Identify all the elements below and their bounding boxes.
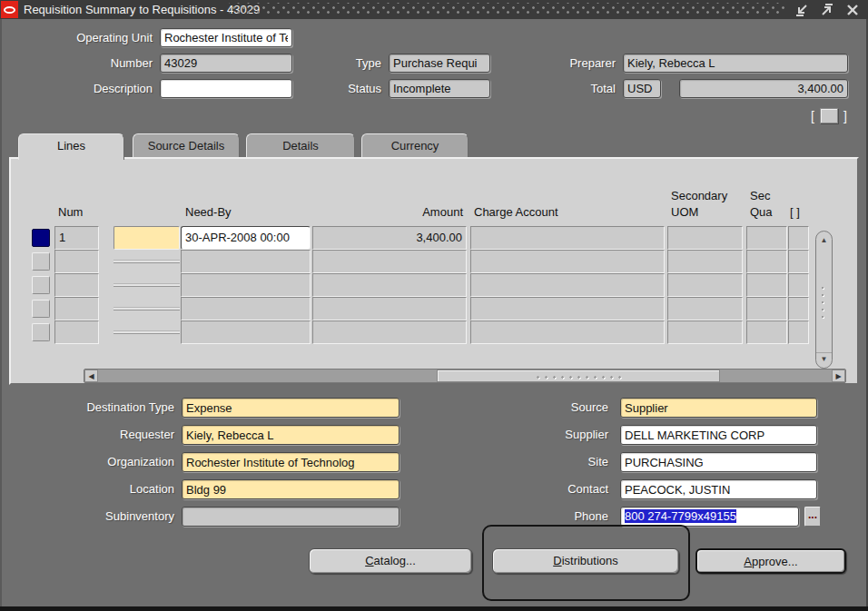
preparer-field: Kiely, Rebecca L [623, 54, 848, 73]
window-controls [792, 1, 863, 18]
cell-need-by[interactable] [181, 297, 311, 320]
operating-unit-label: Operating Unit [9, 28, 153, 47]
status-field: Incomplete [389, 79, 490, 98]
cell-charge-account[interactable] [470, 273, 665, 297]
cell-secondary-uom[interactable] [667, 273, 743, 297]
supplier-field[interactable] [620, 425, 817, 445]
cell-amount[interactable] [312, 297, 467, 320]
cell-charge-account[interactable] [470, 250, 665, 273]
cell-num[interactable]: 1 [54, 226, 99, 250]
cell-flexfield[interactable] [788, 273, 809, 297]
header-flexfield-open-bracket: [ [811, 108, 814, 124]
record-selector[interactable] [32, 300, 50, 318]
vertical-scrollbar[interactable]: ▲ ▼ [815, 231, 833, 369]
cell-amount[interactable]: 3,400.00 [312, 226, 467, 250]
cell-need-by[interactable] [181, 320, 311, 344]
cell-secondary-uom[interactable] [667, 320, 743, 344]
cell-charge-account[interactable] [470, 226, 665, 250]
organization-field[interactable] [182, 452, 399, 472]
cell-need-by[interactable] [181, 250, 311, 273]
type-field: Purchase Requi [389, 54, 490, 73]
cell-flexfield[interactable] [788, 297, 809, 320]
vertical-scrollbar-grip[interactable] [819, 284, 829, 320]
column-header-num: Num [58, 205, 83, 219]
description-label: Description [9, 79, 153, 98]
maximize-icon[interactable] [817, 2, 837, 17]
record-selector[interactable] [32, 323, 50, 341]
cell-sec-qty[interactable] [746, 226, 787, 250]
column-header-secondary-uom-line1: Secondary [671, 189, 727, 202]
cell-secondary-uom[interactable] [667, 250, 743, 273]
lines-tab-panel: Num Need-By Amount Charge Account Second… [9, 157, 859, 385]
scroll-down-icon[interactable]: ▼ [816, 352, 832, 365]
source-field[interactable] [620, 398, 817, 418]
horizontal-scrollbar[interactable]: ◀ ▶ [84, 369, 846, 383]
catalog-button[interactable]: Catalog... [309, 548, 472, 574]
window-title: Requisition Summary to Requisitions - 43… [24, 0, 260, 19]
title-bar: Requisition Summary to Requisitions - 43… [0, 0, 868, 19]
minimize-icon[interactable] [792, 2, 812, 17]
cell-item[interactable] [113, 226, 180, 250]
column-header-sec-qty-line2: Qua [750, 205, 773, 219]
tab-details[interactable]: Details [246, 133, 355, 158]
cell-need-by[interactable]: 30-APR-2008 00:00 [181, 226, 311, 250]
cell-amount[interactable] [312, 273, 467, 297]
record-selector[interactable] [32, 252, 50, 271]
supplier-label: Supplier [472, 425, 608, 444]
cell-sec-qty[interactable] [746, 320, 787, 344]
cell-sec-qty[interactable] [746, 273, 787, 297]
cell-charge-account[interactable] [470, 297, 665, 320]
number-field: 43029 [160, 54, 292, 73]
record-selector[interactable] [32, 229, 50, 247]
requester-field[interactable] [182, 425, 399, 445]
location-field[interactable] [182, 479, 399, 499]
cell-num[interactable] [54, 320, 99, 344]
cell-need-by[interactable] [181, 273, 311, 297]
cell-amount[interactable] [312, 320, 467, 344]
close-icon[interactable] [843, 2, 863, 17]
cell-secondary-uom[interactable] [667, 297, 743, 320]
scroll-up-icon[interactable]: ▲ [816, 234, 832, 247]
distributions-button[interactable]: Distributions [492, 548, 679, 574]
destination-type-field[interactable] [182, 398, 399, 418]
column-header-amount: Amount [312, 205, 463, 219]
scroll-right-icon[interactable]: ▶ [832, 370, 845, 382]
approve-button[interactable]: Approve... [695, 548, 846, 574]
header-flexfield[interactable] [820, 108, 838, 123]
column-header-secondary-uom-line2: UOM [671, 205, 698, 219]
horizontal-scrollbar-thumb[interactable] [437, 370, 720, 382]
phone-lov-button[interactable]: ... [804, 507, 821, 527]
phone-label: Phone [472, 507, 608, 526]
cell-flexfield[interactable] [788, 250, 809, 273]
cell-charge-account[interactable] [470, 320, 665, 344]
destination-type-label: Destination Type [18, 398, 174, 417]
cell-sec-qty[interactable] [746, 250, 787, 273]
cell-flexfield[interactable] [788, 320, 809, 344]
cell-num[interactable] [54, 297, 99, 320]
location-label: Location [18, 479, 174, 498]
tab-source-details[interactable]: Source Details [133, 133, 240, 158]
contact-field[interactable] [620, 479, 817, 499]
operating-unit-field[interactable] [160, 28, 292, 47]
scroll-left-icon[interactable]: ◀ [84, 370, 98, 382]
cell-num[interactable] [54, 250, 99, 273]
horizontal-scrollbar-grip [534, 373, 625, 380]
site-label: Site [472, 452, 608, 471]
subinventory-label: Subinventory [18, 507, 174, 526]
record-selector[interactable] [32, 276, 50, 294]
tab-currency[interactable]: Currency [361, 133, 469, 158]
tab-lines[interactable]: Lines [18, 133, 124, 160]
phone-field[interactable]: 800 274-7799x49155 [620, 507, 799, 527]
cell-amount[interactable] [312, 250, 467, 273]
cell-secondary-uom[interactable] [667, 226, 743, 250]
description-field[interactable] [160, 79, 292, 98]
total-label: Total [508, 79, 616, 98]
cell-num[interactable] [54, 273, 99, 297]
cell-flexfield[interactable] [788, 226, 809, 250]
cell-sec-qty[interactable] [746, 297, 787, 320]
cell-item [113, 283, 180, 287]
total-currency-field: USD [623, 79, 661, 98]
site-field[interactable] [620, 452, 817, 472]
contact-label: Contact [472, 479, 608, 498]
cell-item [113, 260, 180, 263]
